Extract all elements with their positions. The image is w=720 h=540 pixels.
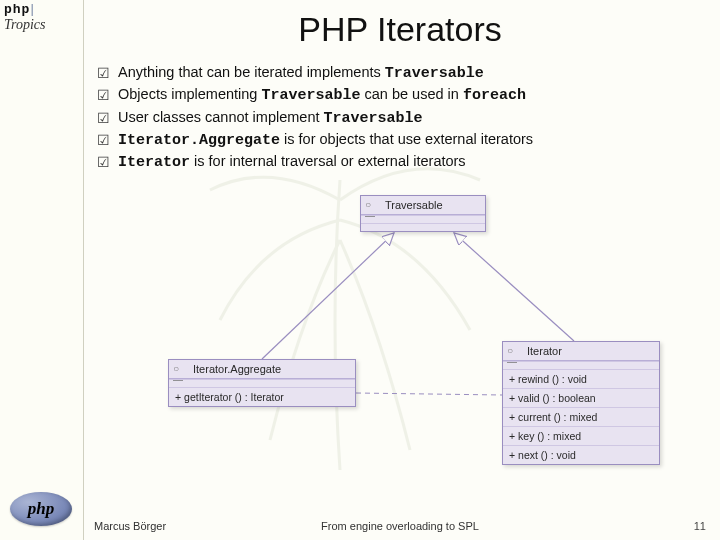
- uml-class-name: Iterator.Aggregate: [193, 363, 281, 375]
- uml-class-name: Iterator: [527, 345, 562, 357]
- slide-title: PHP Iterators: [94, 10, 706, 49]
- bullet-list: ☑ Anything that can be iterated implemen…: [94, 63, 706, 173]
- check-icon: ☑: [94, 153, 112, 172]
- uml-diagram: ○—Traversable ○—Iterator.Aggregate + get…: [94, 195, 706, 475]
- svg-line-2: [356, 393, 502, 395]
- uml-operation: + rewind () : void: [503, 369, 659, 388]
- brand-php-text: php: [4, 2, 30, 17]
- svg-line-0: [262, 233, 394, 359]
- check-icon: ☑: [94, 109, 112, 128]
- uml-operation: + getIterator () : Iterator: [169, 387, 355, 406]
- check-icon: ☑: [94, 131, 112, 150]
- footer-talk-title: From engine overloading to SPL: [94, 520, 706, 532]
- bullet-item: ☑ Objects implementing Traversable can b…: [94, 85, 706, 106]
- bullet-item: ☑ Iterator.Aggregate is for objects that…: [94, 130, 706, 151]
- bullet-item: ☑ User classes cannot implement Traversa…: [94, 108, 706, 129]
- uml-box-traversable: ○—Traversable: [360, 195, 486, 232]
- php-logo: php: [10, 492, 72, 526]
- uml-box-iterator: ○—Iterator + rewind () : void + valid ()…: [502, 341, 660, 465]
- slide-content: PHP Iterators ☑ Anything that can be ite…: [84, 0, 720, 540]
- bullet-item: ☑ Iterator is for internal traversal or …: [94, 152, 706, 173]
- uml-operation: + next () : void: [503, 445, 659, 464]
- uml-box-iterator-aggregate: ○—Iterator.Aggregate + getIterator () : …: [168, 359, 356, 407]
- bullet-item: ☑ Anything that can be iterated implemen…: [94, 63, 706, 84]
- slide-footer: Marcus Börger From engine overloading to…: [94, 520, 706, 532]
- interface-icon: ○—: [507, 345, 521, 356]
- interface-icon: ○—: [365, 199, 379, 210]
- uml-operation: + valid () : boolean: [503, 388, 659, 407]
- sidebar: php| Tropics php: [0, 0, 84, 540]
- uml-operation: + current () : mixed: [503, 407, 659, 426]
- brand-tropics-text: Tropics: [4, 17, 46, 32]
- interface-icon: ○—: [173, 363, 187, 374]
- php-logo-text: php: [28, 499, 54, 519]
- check-icon: ☑: [94, 86, 112, 105]
- check-icon: ☑: [94, 64, 112, 83]
- uml-class-name: Traversable: [385, 199, 443, 211]
- svg-line-1: [454, 233, 574, 341]
- brand-top: php| Tropics: [4, 2, 46, 33]
- uml-operation: + key () : mixed: [503, 426, 659, 445]
